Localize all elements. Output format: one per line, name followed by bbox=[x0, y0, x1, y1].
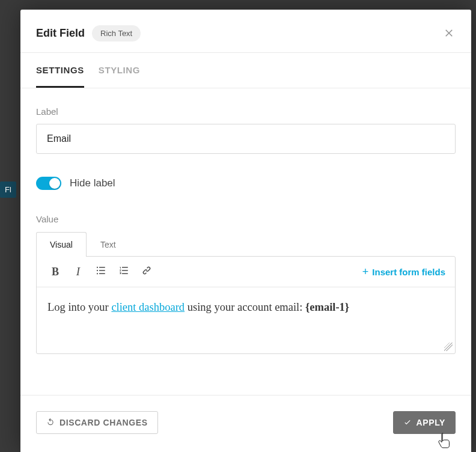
content-middle: using your account email: bbox=[185, 301, 305, 313]
bullet-list-button[interactable] bbox=[92, 263, 110, 281]
hide-label-toggle[interactable] bbox=[36, 177, 61, 190]
ordered-list-button[interactable] bbox=[115, 263, 133, 281]
bullet-list-icon bbox=[96, 265, 106, 278]
close-button[interactable] bbox=[442, 27, 456, 40]
rich-text-editor: B I bbox=[36, 256, 456, 354]
italic-button[interactable]: I bbox=[69, 263, 87, 281]
editor-toolbar: B I bbox=[37, 257, 455, 287]
content-prefix: Log into your bbox=[47, 301, 111, 313]
modal-backdrop: Fl Edit Field Rich Text SETTINGS STYLING… bbox=[0, 0, 476, 452]
tab-settings[interactable]: SETTINGS bbox=[36, 53, 84, 88]
modal-header: Edit Field Rich Text bbox=[20, 10, 471, 53]
editor-subtabs: Visual Text bbox=[36, 231, 456, 256]
link-icon bbox=[141, 265, 152, 278]
main-tabs: SETTINGS STYLING bbox=[20, 53, 471, 88]
tab-styling[interactable]: STYLING bbox=[99, 53, 140, 88]
hide-label-text: Hide label bbox=[70, 177, 115, 189]
modal-footer: DISCARD CHANGES APPLY bbox=[20, 395, 471, 452]
content-link[interactable]: client dashboard bbox=[111, 301, 185, 313]
content-merge-tag: {email-1} bbox=[305, 301, 349, 313]
subtab-visual[interactable]: Visual bbox=[36, 232, 87, 257]
resize-handle[interactable] bbox=[444, 343, 453, 351]
field-type-chip: Rich Text bbox=[92, 25, 141, 41]
link-button[interactable] bbox=[138, 263, 156, 281]
apply-label: APPLY bbox=[416, 418, 445, 427]
subtab-text[interactable]: Text bbox=[87, 232, 130, 257]
modal-body: Label Hide label Value Visual Text B I bbox=[20, 88, 471, 395]
editor-content[interactable]: Log into your client dashboard using you… bbox=[37, 287, 455, 353]
ordered-list-icon bbox=[118, 265, 129, 278]
bold-button[interactable]: B bbox=[46, 263, 64, 281]
insert-form-fields-label: Insert form fields bbox=[372, 267, 445, 277]
edit-field-modal: Edit Field Rich Text SETTINGS STYLING La… bbox=[20, 10, 471, 452]
value-caption: Value bbox=[36, 214, 456, 224]
discard-changes-button[interactable]: DISCARD CHANGES bbox=[36, 411, 158, 434]
undo-icon bbox=[46, 418, 55, 428]
apply-button[interactable]: APPLY bbox=[393, 411, 456, 434]
discard-label: DISCARD CHANGES bbox=[60, 418, 148, 427]
hide-label-row: Hide label bbox=[36, 177, 456, 190]
check-icon bbox=[403, 418, 412, 428]
background-fragment: Fl bbox=[0, 182, 16, 198]
plus-icon: + bbox=[362, 266, 369, 278]
label-input[interactable] bbox=[36, 124, 456, 154]
insert-form-fields-button[interactable]: + Insert form fields bbox=[362, 266, 445, 278]
close-icon bbox=[444, 26, 454, 41]
label-caption: Label bbox=[36, 106, 456, 117]
modal-title: Edit Field bbox=[36, 27, 85, 40]
